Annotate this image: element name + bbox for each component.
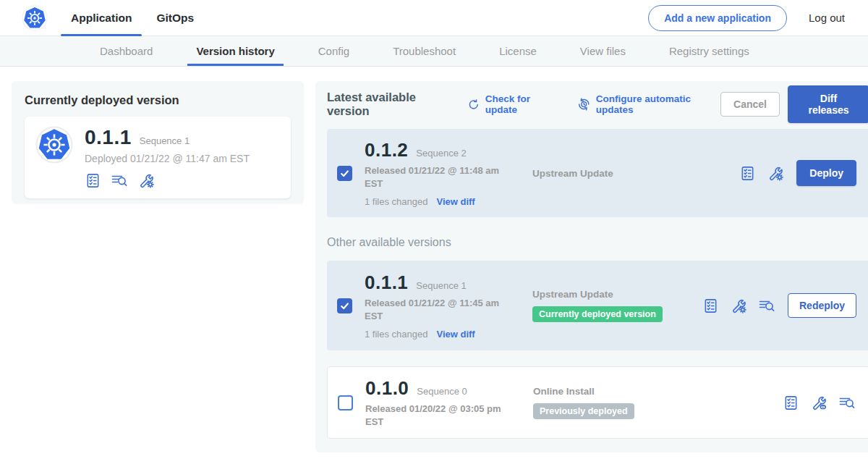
logout-button[interactable]: Log out	[809, 12, 845, 24]
version-number: 0.1.0	[365, 377, 409, 400]
released-timestamp: Released 01/20/22 @ 03:05 pm EST	[365, 403, 507, 428]
version-row-0-1-2: 0.1.2 Sequence 2 Released 01/21/22 @ 11:…	[327, 129, 868, 217]
deployed-version-number: 0.1.1	[85, 126, 132, 149]
currently-deployed-title: Currently deployed version	[25, 93, 291, 107]
other-available-versions-title: Other available versions	[327, 236, 868, 249]
deployed-sequence-label: Sequence 1	[140, 135, 190, 146]
version-history-panel: Latest available version Check for updat…	[315, 81, 868, 452]
version-row-0-1-0: 0.1.0 Sequence 0 Released 01/20/22 @ 03:…	[327, 366, 868, 439]
version-source-label: Online Install	[533, 386, 703, 397]
view-diff-magnifier-icon[interactable]	[838, 394, 856, 411]
app-sub-navigation: Dashboard Version history Config Trouble…	[0, 36, 868, 67]
previously-deployed-badge: Previously deployed	[533, 403, 634, 419]
version-row-0-1-1: 0.1.1 Sequence 1 Released 01/21/22 @ 11:…	[327, 261, 868, 350]
subnav-tab-view-files[interactable]: View files	[580, 36, 626, 66]
files-changed-label: 1 files changed	[365, 329, 427, 340]
subnav-tab-troubleshoot[interactable]: Troubleshoot	[393, 36, 456, 66]
view-config-wrench-eye-icon[interactable]	[810, 394, 827, 411]
released-timestamp: Released 01/21/22 @ 11:45 am EST	[365, 297, 506, 322]
subnav-tab-version-history[interactable]: Version history	[196, 36, 274, 66]
subnav-tab-dashboard[interactable]: Dashboard	[100, 36, 153, 66]
preflight-checklist-icon[interactable]	[739, 165, 756, 182]
version-source-label: Upstream Update	[532, 289, 702, 300]
configure-automatic-updates-link[interactable]: Configure automatic updates	[577, 93, 720, 115]
currently-deployed-version-card: 0.1.1 Sequence 1 Deployed 01/21/22 @ 11:…	[25, 117, 291, 198]
subnav-tab-registry-settings[interactable]: Registry settings	[669, 36, 749, 66]
tab-gitops[interactable]: GitOps	[156, 0, 194, 36]
version-number: 0.1.1	[365, 271, 408, 294]
version-number: 0.1.2	[365, 139, 408, 161]
currently-deployed-badge: Currently deployed version	[532, 306, 663, 322]
deploy-button[interactable]: Deploy	[796, 160, 856, 186]
deployed-timestamp: Deployed 01/21/22 @ 11:47 am EST	[85, 153, 250, 164]
diff-releases-button[interactable]: Diff releases	[788, 85, 868, 123]
preflight-checklist-icon[interactable]	[783, 395, 799, 411]
view-diff-link[interactable]: View diff	[436, 329, 475, 340]
kubernetes-logo-icon	[22, 5, 48, 31]
sequence-label: Sequence 2	[416, 148, 466, 159]
sequence-label: Sequence 1	[416, 280, 466, 291]
files-changed-label: 1 files changed	[365, 196, 427, 207]
view-diff-magnifier-icon[interactable]	[111, 172, 128, 189]
add-new-application-button[interactable]: Add a new application	[648, 5, 787, 31]
preflight-checklist-icon[interactable]	[702, 298, 719, 314]
edit-config-wrench-gear-icon[interactable]	[137, 172, 155, 189]
tab-application[interactable]: Application	[71, 0, 132, 36]
cancel-button[interactable]: Cancel	[720, 92, 780, 117]
version-0-1-2-checkbox[interactable]	[337, 166, 352, 181]
edit-config-wrench-gear-icon[interactable]	[730, 297, 747, 314]
sequence-label: Sequence 0	[417, 386, 467, 397]
subnav-tab-license[interactable]: License	[499, 36, 537, 66]
latest-available-title: Latest available version	[327, 90, 451, 118]
top-navigation: Application GitOps Add a new application…	[0, 0, 868, 36]
view-diff-link[interactable]: View diff	[436, 196, 475, 207]
released-timestamp: Released 01/21/22 @ 11:48 am EST	[365, 164, 506, 190]
version-0-1-0-checkbox[interactable]	[338, 395, 353, 410]
preflight-checklist-icon[interactable]	[85, 172, 101, 189]
subnav-tab-config[interactable]: Config	[318, 36, 349, 66]
version-source-label: Upstream Update	[532, 168, 702, 179]
view-diff-magnifier-icon[interactable]	[758, 297, 775, 314]
app-kubernetes-icon	[35, 126, 73, 164]
check-for-update-link[interactable]: Check for update	[467, 93, 558, 115]
edit-config-wrench-gear-icon[interactable]	[767, 164, 784, 182]
currently-deployed-panel: Currently deployed version	[12, 81, 304, 204]
version-0-1-1-checkbox[interactable]	[337, 298, 352, 313]
redeploy-button[interactable]: Redeploy	[788, 293, 856, 318]
